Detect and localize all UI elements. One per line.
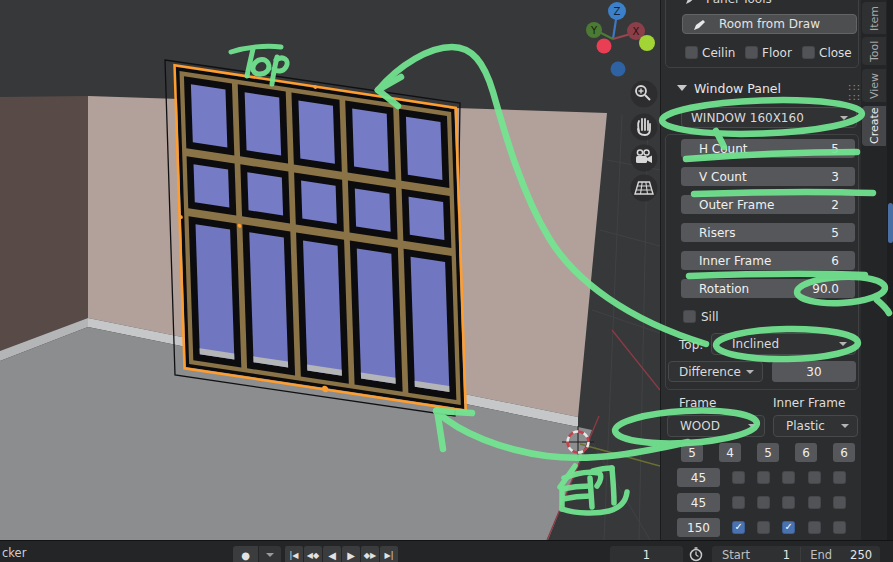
grid-checkbox[interactable] xyxy=(833,496,846,509)
tab-view[interactable]: View xyxy=(862,69,886,102)
grid-checkbox[interactable] xyxy=(782,521,795,534)
sidebar-tabstrip: Item Tool View Create xyxy=(861,0,887,540)
pencil-icon xyxy=(693,19,706,34)
grid-checkbox[interactable] xyxy=(833,521,846,534)
rotation-field[interactable]: Rotation90.0 xyxy=(681,279,855,298)
grid-checkbox[interactable] xyxy=(833,471,846,484)
size-button-1[interactable]: 5 xyxy=(681,443,703,462)
close-checkbox-label: Close xyxy=(819,46,852,60)
pencil-icon xyxy=(685,0,697,8)
timeline-partial-menu-label: cker xyxy=(2,546,26,560)
camera-view-icon[interactable] xyxy=(631,145,658,172)
play-button[interactable]: ▶ xyxy=(342,546,360,562)
tab-item[interactable]: Item xyxy=(862,2,886,34)
grid-checkbox[interactable] xyxy=(757,471,770,484)
row-value-45a[interactable]: 45 xyxy=(677,468,720,487)
top-style-dropdown[interactable]: Inclined xyxy=(711,333,856,355)
chevron-down-icon xyxy=(839,342,847,346)
blender-window: Z X Y xyxy=(0,0,893,562)
ceiling-checkbox-label: Ceilin xyxy=(702,46,735,60)
next-keyframe-button[interactable]: ◆▶ xyxy=(361,546,379,562)
size-button-2[interactable]: 4 xyxy=(719,443,741,462)
preset-dropdown[interactable]: WINDOW 160X160 xyxy=(681,107,857,128)
toggle-grid-icon[interactable] xyxy=(631,175,658,202)
frame-label: Frame xyxy=(679,396,716,410)
boolean-mode-dropdown[interactable]: Difference xyxy=(668,361,763,382)
stopwatch-icon xyxy=(688,547,704,562)
sill-checkbox[interactable] xyxy=(683,310,696,323)
frame-material-dropdown[interactable]: WOOD xyxy=(667,415,765,437)
timeline-bar: cker ● |◀ ◀◆ ◀ ▶ ◆▶ ▶| 1 Start 1 End 250 xyxy=(0,540,893,562)
prev-keyframe-button[interactable]: ◀◆ xyxy=(304,546,322,562)
grid-checkbox[interactable] xyxy=(808,496,821,509)
grid-checkbox[interactable] xyxy=(732,521,745,534)
chevron-down-icon xyxy=(748,424,756,428)
window-panel-object[interactable] xyxy=(174,64,466,414)
gizmo-neg-y-ball[interactable] xyxy=(639,35,655,51)
top-label: Top: xyxy=(679,338,703,352)
grid-checkbox[interactable] xyxy=(782,471,795,484)
sidebar-scrollbar[interactable] xyxy=(887,0,893,540)
window-panel-section-title[interactable]: Window Panel xyxy=(694,81,781,96)
collapse-arrow-icon[interactable] xyxy=(677,85,687,91)
jump-to-end-button[interactable]: ▶| xyxy=(380,546,398,562)
gizmo-z-label: Z xyxy=(614,6,621,17)
floor-checkbox-label: Floor xyxy=(762,46,792,60)
auto-keying-record-button[interactable]: ● xyxy=(233,546,258,562)
grid-checkbox[interactable] xyxy=(808,521,821,534)
size-button-3[interactable]: 5 xyxy=(757,443,779,462)
size-button-4[interactable]: 6 xyxy=(795,443,817,462)
room-from-draw-button[interactable]: Room from Draw xyxy=(682,14,857,34)
scrollbar-thumb[interactable] xyxy=(888,203,893,243)
inner-frame-label: Inner Frame xyxy=(773,396,845,410)
pan-hand-icon[interactable] xyxy=(631,114,658,141)
inner-frame-material-dropdown[interactable]: Plastic xyxy=(773,415,858,437)
sill-checkbox-label: Sill xyxy=(701,310,719,324)
keying-dropdown-button[interactable] xyxy=(259,546,281,562)
tab-create[interactable]: Create xyxy=(862,106,886,146)
panel-grip-icon[interactable]: :::::::: xyxy=(847,82,861,90)
gizmo-x-label: X xyxy=(633,26,640,37)
gizmo-neg-z-ball[interactable] xyxy=(611,62,626,77)
h-count-field[interactable]: H Count5 xyxy=(681,139,855,158)
start-label: Start xyxy=(712,548,750,562)
chevron-down-icon xyxy=(746,370,754,374)
gizmo-y-label: Y xyxy=(590,25,598,36)
chevron-down-icon xyxy=(840,116,848,120)
outer-frame-field[interactable]: Outer Frame2 xyxy=(681,195,855,214)
end-label: End xyxy=(801,548,832,562)
chevron-down-icon xyxy=(841,424,849,428)
inner-frame-field[interactable]: Inner Frame6 xyxy=(681,251,855,270)
viewport-3d[interactable]: Z X Y xyxy=(0,0,660,540)
start-value[interactable]: 1 xyxy=(750,548,800,562)
v-count-field[interactable]: V Count3 xyxy=(681,167,855,186)
sidebar-panel: Panel Tools Room from Draw Ceilin Floor … xyxy=(660,0,893,540)
grid-checkbox[interactable] xyxy=(757,496,770,509)
frame-range-group: Start 1 End 250 xyxy=(712,546,880,562)
close-checkbox[interactable] xyxy=(802,46,815,59)
row-value-150[interactable]: 150 xyxy=(677,518,720,537)
grid-checkbox[interactable] xyxy=(732,496,745,509)
left-wall xyxy=(0,96,88,351)
tab-tool[interactable]: Tool xyxy=(862,37,886,65)
current-frame-field[interactable]: 1 xyxy=(610,546,683,562)
gizmo-neg-x-ball[interactable] xyxy=(597,39,612,54)
grid-checkbox[interactable] xyxy=(732,471,745,484)
jump-to-start-button[interactable]: |◀ xyxy=(285,546,303,562)
zoom-icon[interactable] xyxy=(631,81,658,108)
difference-value-field[interactable]: 30 xyxy=(772,361,856,382)
grid-checkbox[interactable] xyxy=(757,521,770,534)
chevron-down-icon xyxy=(266,553,274,557)
play-reverse-button[interactable]: ◀ xyxy=(323,546,341,562)
size-button-5[interactable]: 6 xyxy=(833,443,855,462)
ceiling-checkbox[interactable] xyxy=(685,46,698,59)
grid-checkbox[interactable] xyxy=(808,471,821,484)
panel-tools-partial-title: Panel Tools xyxy=(706,0,772,6)
floor-checkbox[interactable] xyxy=(745,46,758,59)
row-value-45b[interactable]: 45 xyxy=(677,493,720,512)
grid-checkbox[interactable] xyxy=(782,496,795,509)
window-cells xyxy=(184,76,456,400)
end-value[interactable]: 250 xyxy=(832,548,880,562)
risers-field[interactable]: Risers5 xyxy=(681,223,855,242)
